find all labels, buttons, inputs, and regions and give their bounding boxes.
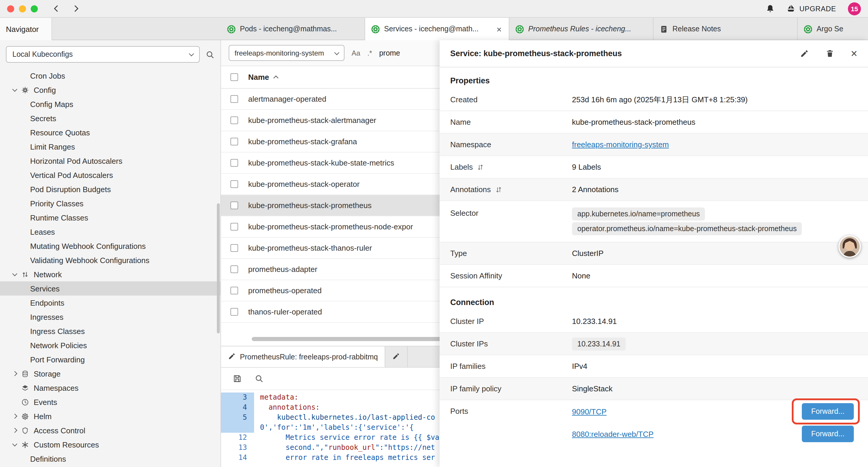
row-checkbox[interactable] <box>230 159 238 167</box>
port-forward-button[interactable]: Forward... <box>802 426 854 442</box>
row-checkbox[interactable] <box>230 95 238 103</box>
sidebar-item-resource-quotas[interactable]: Resource Quotas <box>0 125 220 140</box>
upgrade-button[interactable]: UPGRADE <box>786 4 836 13</box>
yaml-editor[interactable]: 3metadata:4 annotations:5 kubectl.kubern… <box>221 390 440 463</box>
sidebar-item-events[interactable]: Events <box>0 395 220 409</box>
row-checkbox[interactable] <box>230 265 238 273</box>
sidebar-item-cron-jobs[interactable]: Cron Jobs <box>0 68 220 83</box>
sidebar-item-storage[interactable]: Storage <box>0 367 220 381</box>
delete-button[interactable] <box>826 49 834 58</box>
row-checkbox[interactable] <box>230 287 238 294</box>
edit-button[interactable] <box>800 49 809 58</box>
tab-services-icecheng-math[interactable]: Services - icecheng@math...× <box>365 18 509 40</box>
maximize-window-button[interactable] <box>31 5 38 12</box>
forward-button[interactable] <box>71 4 80 13</box>
sidebar-item-validating-webhook-configurations[interactable]: Validating Webhook Configurations <box>0 253 220 267</box>
row-checkbox[interactable] <box>230 202 238 209</box>
sidebar-item-config-maps[interactable]: Config Maps <box>0 97 220 111</box>
port-link[interactable]: 8080:reloader-web/TCP <box>572 430 653 438</box>
sidebar-item-leases[interactable]: Leases <box>0 225 220 239</box>
sidebar-item-secrets[interactable]: Secrets <box>0 111 220 125</box>
table-row[interactable]: kube-prometheus-stack-prometheus <box>221 195 440 216</box>
row-checkbox[interactable] <box>230 223 238 231</box>
navigator-panel-tab[interactable]: Navigator <box>0 18 52 40</box>
sidebar-item-access-control[interactable]: Access Control <box>0 423 220 437</box>
row-checkbox[interactable] <box>230 116 238 124</box>
sidebar-item-definitions[interactable]: Definitions <box>0 451 220 466</box>
sidebar-item-priority-classes[interactable]: Priority Classes <box>0 196 220 210</box>
close-tab-icon[interactable]: × <box>495 25 503 33</box>
sidebar-item-helm[interactable]: Helm <box>0 409 220 423</box>
minimize-window-button[interactable] <box>19 5 26 12</box>
save-icon[interactable] <box>233 374 242 383</box>
horizontal-scrollbar[interactable] <box>252 337 440 341</box>
select-all-checkbox[interactable] <box>230 73 238 81</box>
editor-search-icon[interactable] <box>255 374 264 383</box>
sidebar-scrollbar[interactable] <box>217 203 220 333</box>
table-row[interactable]: kube-prometheus-stack-kube-state-metrics <box>221 152 440 174</box>
user-avatar[interactable] <box>838 235 861 258</box>
sidebar-item-horizontal-pod-autoscalers[interactable]: Horizontal Pod Autoscalers <box>0 154 220 168</box>
table-row[interactable]: prometheus-adapter <box>221 259 440 280</box>
sidebar-item-limit-ranges[interactable]: Limit Ranges <box>0 140 220 154</box>
sort-icon[interactable] <box>495 186 502 193</box>
tab-pods-icecheng-mathmas[interactable]: Pods - icecheng@mathmas... <box>221 18 365 40</box>
tab-prometheus-rules-icecheng[interactable]: Prometheus Rules - icecheng... <box>509 18 653 40</box>
namespace-filter[interactable]: freeleaps-monitoring-system <box>229 45 344 61</box>
notifications-bell-icon[interactable] <box>766 4 775 13</box>
sidebar-item-network[interactable]: Network <box>0 267 220 282</box>
sidebar-item-namespaces[interactable]: Namespaces <box>0 381 220 395</box>
code-text: kubectl.kubernetes.io/last-applied-co <box>254 413 435 423</box>
row-checkbox[interactable] <box>230 180 238 188</box>
table-row[interactable]: kube-prometheus-stack-thanos-ruler <box>221 238 440 259</box>
sidebar-item-ingresses[interactable]: Ingresses <box>0 310 220 324</box>
row-value: IPv4 <box>572 362 857 371</box>
sidebar-item-network-policies[interactable]: Network Policies <box>0 338 220 352</box>
port-forward-button[interactable]: Forward... <box>802 403 854 420</box>
table-row[interactable]: kube-prometheus-stack-alertmanager <box>221 110 440 131</box>
close-window-button[interactable] <box>7 5 14 12</box>
sidebar-item-custom-resources[interactable]: Custom Resources <box>0 437 220 451</box>
kubeconfig-selector[interactable]: Local Kubeconfigs <box>6 46 200 63</box>
regex-toggle[interactable]: .* <box>367 49 372 57</box>
sidebar-item-services[interactable]: Services <box>0 282 220 296</box>
sidebar-search-icon[interactable] <box>206 50 215 59</box>
table-row[interactable]: kube-prometheus-stack-prometheus-node-ex… <box>221 216 440 238</box>
editor-line: 14 error rate in freeleaps metrics ser <box>221 453 440 463</box>
search-input[interactable]: prome <box>379 49 400 57</box>
sidebar-item-port-forwarding[interactable]: Port Forwarding <box>0 352 220 367</box>
sidebar-item-ingress-classes[interactable]: Ingress Classes <box>0 324 220 338</box>
sort-ascending-icon <box>274 76 279 81</box>
upgrade-label: UPGRADE <box>800 4 836 13</box>
row-checkbox[interactable] <box>230 244 238 252</box>
table-row[interactable]: kube-prometheus-stack-operator <box>221 174 440 195</box>
table-row[interactable]: alertmanager-operated <box>221 89 440 110</box>
sidebar-item-config[interactable]: Config <box>0 83 220 97</box>
tab-argo-se[interactable]: Argo Se <box>798 18 868 40</box>
table-row[interactable]: prometheus-operated <box>221 280 440 301</box>
sidebar-item-runtime-classes[interactable]: Runtime Classes <box>0 210 220 225</box>
tab-release-notes[interactable]: Release Notes <box>653 18 798 40</box>
namespace-link[interactable]: freeleaps-monitoring-system <box>572 140 669 149</box>
dock-tab-next[interactable] <box>385 346 408 367</box>
code-text: Metrics service error rate is {{ $va <box>254 433 439 443</box>
properties-section: Created253d 16h 6m ago (2025年1月13日 GMT+8… <box>440 89 868 287</box>
close-drawer-icon[interactable]: × <box>851 48 857 59</box>
table-row[interactable]: thanos-ruler-operated <box>221 301 440 323</box>
name-column-header[interactable]: Name <box>248 73 269 82</box>
sidebar-item-label: Namespaces <box>34 383 79 392</box>
sidebar-item-mutating-webhook-configurations[interactable]: Mutating Webhook Configurations <box>0 239 220 253</box>
notification-count-badge[interactable]: 15 <box>848 2 861 15</box>
sidebar-item-pod-disruption-budgets[interactable]: Pod Disruption Budgets <box>0 182 220 196</box>
table-row[interactable]: kube-prometheus-stack-grafana <box>221 131 440 152</box>
row-checkbox[interactable] <box>230 138 238 145</box>
dock-tab-prometheusrule[interactable]: PrometheusRule: freeleaps-prod-rabbitmq <box>221 346 385 367</box>
back-button[interactable] <box>52 4 61 13</box>
sidebar-item-vertical-pod-autoscalers[interactable]: Vertical Pod Autoscalers <box>0 168 220 182</box>
match-case-toggle[interactable]: Aa <box>351 49 360 57</box>
sort-icon[interactable] <box>477 164 484 171</box>
sidebar-item-label: Validating Webhook Configurations <box>30 256 150 265</box>
sidebar-item-endpoints[interactable]: Endpoints <box>0 296 220 310</box>
port-link[interactable]: 9090/TCP <box>572 407 607 416</box>
row-checkbox[interactable] <box>230 308 238 316</box>
